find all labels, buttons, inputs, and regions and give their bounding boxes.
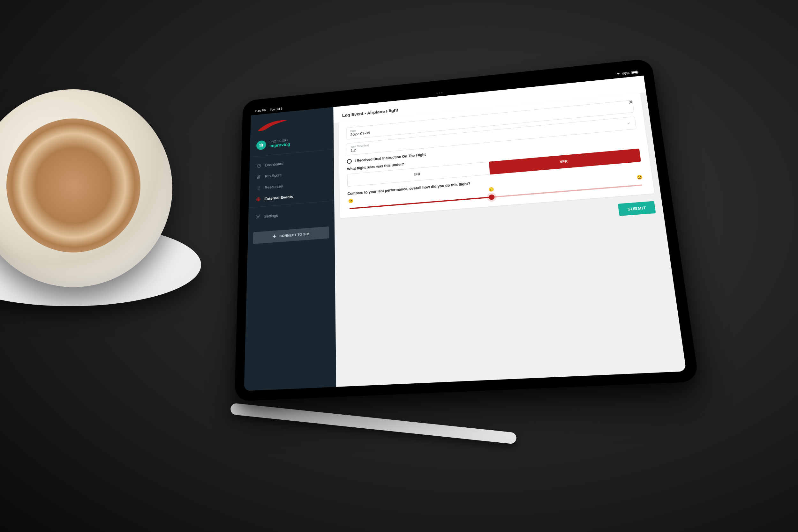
sidebar-item-label: Dashboard — [265, 162, 284, 167]
sidebar-item-label: Resources — [265, 184, 283, 189]
gauge-icon — [256, 163, 261, 168]
list-icon — [256, 186, 261, 191]
svg-rect-2 — [637, 71, 638, 73]
status-time: 2:45 PM — [255, 109, 266, 113]
proscore-badge-icon — [256, 140, 266, 150]
svg-point-5 — [257, 216, 258, 217]
multitask-dots[interactable] — [436, 92, 442, 94]
airplane-icon — [272, 234, 276, 239]
status-date: Tue Jul 5 — [270, 107, 283, 111]
svg-rect-1 — [632, 71, 637, 74]
sidebar-item-label: Pro Score — [265, 173, 282, 178]
chevron-down-icon — [626, 120, 631, 126]
app: PRO SCORE Improving Dashboard — [244, 76, 687, 391]
scene: 2:45 PM Tue Jul 5 96% — [0, 0, 798, 532]
sidebar: PRO SCORE Improving Dashboard — [244, 107, 337, 391]
slider-thumb[interactable] — [489, 194, 495, 200]
gear-icon — [255, 214, 261, 220]
sidebar-item-label: Settings — [264, 213, 278, 218]
tablet-bezel: 2:45 PM Tue Jul 5 96% — [234, 58, 699, 401]
sidebar-item-settings[interactable]: Settings — [251, 205, 331, 223]
emoji-sad-icon: 😕 — [348, 198, 353, 204]
wifi-icon — [616, 72, 621, 76]
tablet: 2:45 PM Tue Jul 5 96% — [234, 58, 699, 401]
connect-to-sim-button[interactable]: CONNECT TO SIM — [253, 226, 329, 244]
battery-icon — [631, 70, 639, 75]
chart-icon — [256, 174, 262, 179]
apple-pencil — [230, 403, 517, 444]
sidebar-nav: Dashboard Pro Score — [249, 152, 334, 207]
svg-point-3 — [257, 164, 261, 168]
globe-icon — [256, 197, 261, 202]
radio-unchecked-icon[interactable] — [347, 159, 352, 164]
main-panel: Log Event - Airplane Flight Date 2022-07… — [333, 76, 686, 387]
emoji-happy-icon: 😃 — [636, 174, 643, 180]
submit-button[interactable]: SUBMIT — [618, 201, 656, 216]
tablet-screen: 2:45 PM Tue Jul 5 96% — [244, 68, 687, 391]
sidebar-item-label: External Events — [264, 194, 293, 201]
emoji-neutral-icon: 😐 — [488, 187, 494, 192]
connect-label: CONNECT TO SIM — [279, 232, 310, 238]
battery-pct: 96% — [622, 72, 630, 76]
